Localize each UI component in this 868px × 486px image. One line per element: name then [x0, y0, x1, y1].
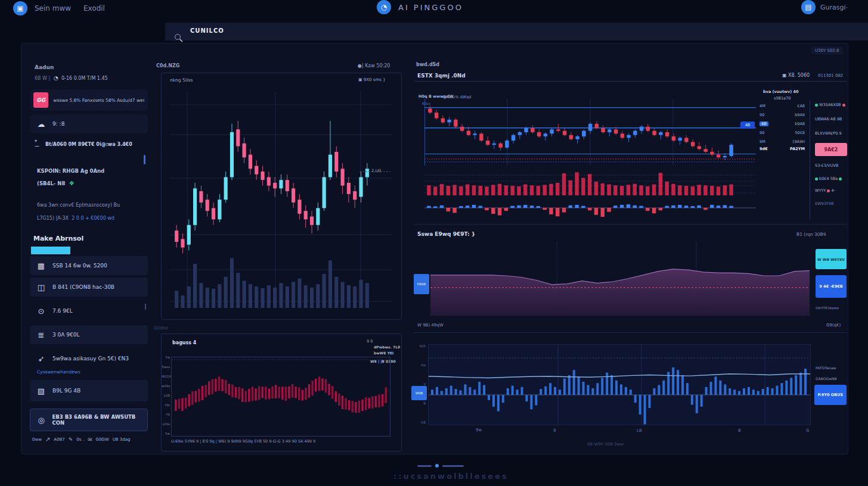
nav-item-2[interactable]: Exodil — [83, 4, 105, 13]
rt-legend: W3SA6X0B UBWA6·AB 9B BLXVWN/P0 9 9A€2 S3… — [810, 100, 852, 219]
building-icon: ▦ — [36, 261, 46, 270]
chevron-down-icon: ▾— — [35, 138, 39, 149]
pen-icon: ✎ — [69, 437, 73, 443]
search-bar[interactable]: CUNILCO — [165, 23, 868, 40]
mid-candlestick-chart[interactable] — [170, 85, 392, 310]
sidebar-item-image[interactable]: ▧ B9L 9G 4B — [30, 380, 148, 401]
mid-osc-right-2: dPwbws. 7L0 — [374, 345, 400, 349]
rt-histogram-chart[interactable] — [424, 170, 756, 197]
mid-osc-right-3: bwWE YEI — [374, 351, 393, 355]
rt-chart-region: H0q B wwwgdW 6vwau% dWqd E0ss bva (vuutw… — [414, 82, 847, 220]
mid-osc-right-1: 9 0 — [367, 339, 373, 344]
rb-bars-chart[interactable] — [428, 344, 811, 425]
rt-candlestick-chart[interactable] — [424, 99, 756, 166]
rt-osc-chart[interactable] — [424, 198, 756, 218]
chat-icon: ✉ — [88, 437, 92, 443]
sidebar-item-globe[interactable]: ◎ EB3 B3 6A96B & BW AWSUTB CON — [30, 409, 148, 431]
stats-prefix: 6B W | — [35, 76, 50, 81]
rm-blue-button[interactable]: 9 4€ -€9€B — [816, 275, 847, 298]
rt-sub-right-1: ▣ X8. 5060 — [782, 73, 810, 78]
footer-item-4[interactable]: G0GW — [95, 437, 108, 442]
rb-xlabel-3: LB — [637, 428, 642, 433]
cloud-label: 9: :8 — [52, 121, 64, 127]
nav-item-right[interactable]: Gurasgi· — [820, 4, 848, 11]
mid-osc-title: baguss 4 — [172, 340, 196, 345]
gg-badge: GG — [33, 92, 48, 108]
footer-item-5[interactable]: UB 3dag — [113, 437, 131, 442]
top-right-label: U30Y S02.8 — [811, 47, 843, 54]
sidebar-item-layers[interactable]: ≣ 3 0A 9€0L — [30, 325, 148, 344]
rb-right-text-1: PATOTwswe — [816, 366, 836, 370]
logo-icon: ◔ — [377, 0, 391, 14]
expander-label: Bt/A060 0M 89€T€ 0i@:wa 3.4€0 — [45, 138, 132, 149]
carousel-dots[interactable] — [417, 464, 465, 468]
mid-top-title: C0d.NZG — [156, 63, 179, 68]
sidebar-para-1: 6wa 3wn conv€ Eptmasnscoxy) Bu — [37, 202, 120, 208]
green-dot-icon — [839, 177, 842, 180]
sidebar-link[interactable]: Cysswenwhandews — [37, 369, 80, 375]
carousel-dot-active[interactable] — [435, 464, 439, 468]
rm-area-chart[interactable] — [430, 242, 810, 316]
rb-yaxis: 9059w 0B GB — [416, 344, 426, 424]
mid-oscillator-card: baguss 4 9 0 dPwbws. 7L0 bwWE YEI W9 | |… — [161, 334, 402, 451]
rm-bottom-left: W 9B) 49qW — [417, 323, 444, 328]
sidebar-section-label: Aadun — [35, 64, 54, 70]
search-input[interactable]: CUNILCO — [190, 27, 224, 34]
briefcase-icon[interactable]: ▣ — [13, 1, 27, 15]
footer-brand: ::ucsanwolbllesees — [393, 472, 509, 481]
footer-item-1[interactable]: 0ww — [32, 437, 42, 442]
sidebar-item-building[interactable]: ▦ SSB 14 6w 0w. 5200 — [30, 256, 148, 275]
image-icon: ▧ — [36, 387, 46, 395]
rt-scale-header-2: s5B1a70 — [774, 96, 790, 101]
sidebar-item-power[interactable]: ⊙ 7.6 9€L — [30, 301, 148, 320]
clock-icon: ◔ — [52, 75, 60, 81]
mid-card-right-label: ▣ 9X0 sms } — [358, 77, 386, 82]
calendar-icon: ▣ — [782, 73, 787, 78]
rt-pink-button[interactable]: 9A€2 — [815, 143, 847, 156]
sidebar-item-rocket[interactable]: ➶ 5w9wa asikasuy Gn 5€) €N3 — [30, 349, 148, 368]
scrollbar-tick[interactable] — [145, 304, 146, 310]
rt-title: bwd.dSd — [416, 62, 439, 67]
compass-icon: ◎ — [36, 416, 46, 425]
search-icon — [175, 34, 181, 40]
rt-scale-header-1: bva (vuutwv) 40 — [763, 89, 799, 94]
shield-icon: ❖ — [67, 180, 74, 186]
carousel-dash-1[interactable] — [417, 465, 432, 467]
sidebar-expander[interactable]: ▾— Bt/A060 0M 89€T€ 0i@:wa 3.4€0 — [35, 138, 148, 149]
footer-item-3[interactable]: 0s . — [76, 437, 84, 442]
app-title: AI PINGGOO — [398, 3, 463, 12]
stats-text: 0-16 0.0M T/M 1.45 — [61, 76, 108, 81]
rm-divider — [414, 224, 847, 225]
rb-xlabel-5: G — [806, 428, 809, 433]
sidebar-item-bank[interactable]: ◫ B 841 (C9ON8 hac-30B — [30, 278, 148, 297]
rb-caption: 0B W9Y 50B 9ww — [587, 442, 624, 447]
rm-cyan-button[interactable]: W WB W€YEV — [816, 249, 847, 269]
progress-bar[interactable] — [31, 247, 70, 254]
carousel-dash-2[interactable] — [442, 465, 464, 467]
profile-icon[interactable]: ▤ — [801, 0, 816, 14]
rm-right-label: B1 (rqn 30B9 — [796, 232, 826, 237]
rt-subtitle: ESTX 3qmj .0Nd — [417, 73, 466, 79]
sidebar-line-1: KSPOIN: RHGB Ag 0And — [37, 168, 104, 174]
trend-icon: ↗ — [45, 436, 50, 443]
green-dot-icon — [815, 177, 818, 180]
power-icon: ⊙ — [36, 307, 46, 316]
rm-left-chip[interactable]: €B9B — [414, 274, 429, 294]
nav-item-1[interactable]: Sein mww — [35, 4, 71, 13]
scrollbar-thumb[interactable] — [144, 155, 145, 164]
rm-bottom-right: G9(q€) — [826, 323, 841, 328]
sidebar-cloud-row[interactable]: ☁ 9: :8 — [30, 114, 148, 133]
sidebar-link-inline[interactable]: 2 0 0 + €0€00 wd — [72, 216, 114, 221]
camera-icon: ▣ — [358, 77, 362, 82]
layers-icon: ≣ — [36, 331, 46, 339]
alert-text: wsswe 5.8% Fanxssets 58% Asdu/d7 wes. — [53, 98, 144, 103]
rt-divider — [414, 81, 847, 82]
sidebar-alert-row[interactable]: GG wsswe 5.8% Fanxssets 58% Asdu/d7 wes. — [30, 89, 148, 111]
mid-oscillator-chart[interactable] — [171, 357, 390, 437]
rt-sub-right-2: 011301 082 — [818, 73, 843, 78]
mid-osc-yaxis: 7w5wss W018w09s L0Bt9s Y9s20s 5w — [162, 356, 170, 435]
rb-blue-button[interactable]: P.9Y0 OBUS — [814, 385, 847, 405]
footer-item-2[interactable]: A0B7 — [54, 437, 65, 442]
rb-left-chip[interactable]: W9B — [411, 386, 427, 400]
sidebar-para-2: L7G15) |A-3X 2 0 0 + €0€00 wd — [37, 216, 114, 221]
